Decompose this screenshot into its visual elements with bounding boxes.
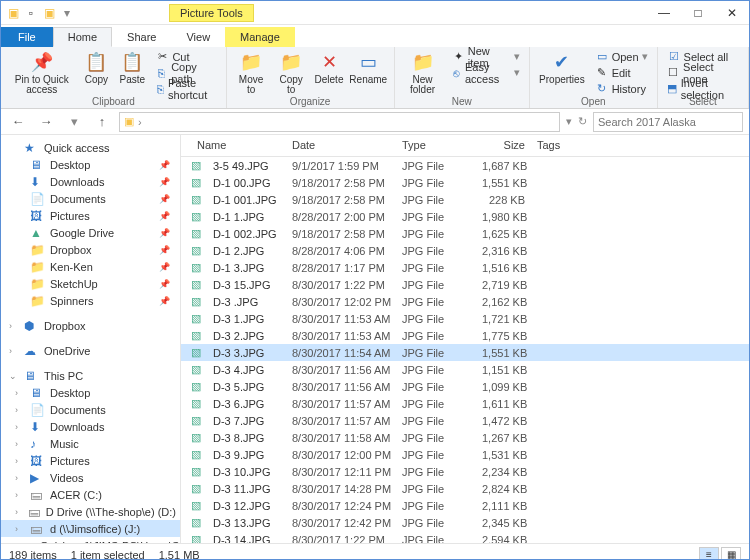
forward-button[interactable]: →: [35, 111, 57, 133]
minimize-button[interactable]: —: [647, 1, 681, 25]
tab-file[interactable]: File: [1, 27, 53, 47]
nav-item[interactable]: 📁Ken-Ken📌: [1, 258, 180, 275]
edit-button[interactable]: ✎Edit: [592, 65, 651, 80]
nav-item[interactable]: ›🖴D Drive (\\The-shop\e) (D:): [1, 503, 180, 520]
table-row[interactable]: ▧D-3 12.JPG8/30/2017 12:24 PMJPG File2,1…: [181, 497, 749, 514]
nav-item[interactable]: 🖥Desktop📌: [1, 156, 180, 173]
table-row[interactable]: ▧3-5 49.JPG9/1/2017 1:59 PMJPG File1,687…: [181, 157, 749, 174]
nav-item[interactable]: ›🖴Quicken (\\JIMS-PC\Users\Suzy\Doc: [1, 537, 180, 543]
details-view-button[interactable]: ≡: [699, 547, 719, 561]
table-row[interactable]: ▧D-3 11.JPG8/30/2017 14:28 PMJPG File2,8…: [181, 480, 749, 497]
pin-icon: 📌: [159, 262, 176, 272]
dropdown-icon[interactable]: ▾: [59, 5, 75, 21]
back-button[interactable]: ←: [7, 111, 29, 133]
nav-item[interactable]: ▲Google Drive📌: [1, 224, 180, 241]
table-row[interactable]: ▧D-3 4.JPG8/30/2017 11:56 AMJPG File1,15…: [181, 361, 749, 378]
thumbnails-view-button[interactable]: ▦: [721, 547, 741, 561]
table-row[interactable]: ▧D-3 15.JPG8/30/2017 1:22 PMJPG File2,71…: [181, 276, 749, 293]
copy-button[interactable]: 📋Copy: [80, 49, 112, 86]
nav-icon: 🖼: [30, 209, 45, 223]
nav-item[interactable]: ›⬢Dropbox: [1, 317, 180, 334]
paste-shortcut-button[interactable]: ⎘Paste shortcut: [152, 81, 219, 96]
table-row[interactable]: ▧D-3 7.JPG8/30/2017 11:57 AMJPG File1,47…: [181, 412, 749, 429]
dropdown-icon[interactable]: ▾: [566, 115, 572, 128]
tab-home[interactable]: Home: [53, 27, 112, 47]
nav-item[interactable]: ›🖼Pictures: [1, 452, 180, 469]
table-row[interactable]: ▧D-3 1.JPG8/30/2017 11:53 AMJPG File1,72…: [181, 310, 749, 327]
table-row[interactable]: ▧D-1 3.JPG8/28/2017 1:17 PMJPG File1,516…: [181, 259, 749, 276]
table-row[interactable]: ▧D-3 6.JPG8/30/2017 11:57 AMJPG File1,61…: [181, 395, 749, 412]
nav-item[interactable]: ⌄🖥This PC: [1, 367, 180, 384]
nav-item[interactable]: ›▶Videos: [1, 469, 180, 486]
table-row[interactable]: ▧D-3 9.JPG8/30/2017 12:00 PMJPG File1,53…: [181, 446, 749, 463]
properties-button[interactable]: ✔Properties: [536, 49, 588, 86]
nav-item[interactable]: ›♪Music: [1, 435, 180, 452]
pin-icon: 📌: [159, 211, 176, 221]
nav-item[interactable]: 📁Dropbox📌: [1, 241, 180, 258]
tab-share[interactable]: Share: [112, 27, 171, 47]
column-tags[interactable]: Tags: [531, 135, 581, 156]
search-input[interactable]: [593, 112, 743, 132]
nav-item[interactable]: ★Quick access: [1, 139, 180, 156]
qat-item[interactable]: ▫: [23, 5, 39, 21]
navigation-pane[interactable]: ★Quick access🖥Desktop📌⬇Downloads📌📄Docume…: [1, 135, 181, 543]
table-row[interactable]: ▧D-3 2.JPG8/30/2017 11:53 AMJPG File1,77…: [181, 327, 749, 344]
column-size[interactable]: Size: [476, 135, 531, 156]
file-date: 8/28/2017 4:06 PM: [286, 245, 396, 257]
nav-label: Downloads: [50, 176, 104, 188]
tab-view[interactable]: View: [171, 27, 225, 47]
nav-item[interactable]: 📁SketchUp📌: [1, 275, 180, 292]
column-date[interactable]: Date: [286, 135, 396, 156]
nav-item[interactable]: 📄Documents📌: [1, 190, 180, 207]
open-button[interactable]: ▭Open ▾: [592, 49, 651, 64]
table-row[interactable]: ▧D-3 13.JPG8/30/2017 12:42 PMJPG File2,3…: [181, 514, 749, 531]
delete-button[interactable]: ✕Delete: [313, 49, 345, 86]
up-button[interactable]: ↑: [91, 111, 113, 133]
close-button[interactable]: ✕: [715, 1, 749, 25]
column-name[interactable]: Name: [191, 135, 286, 156]
group-clipboard: 📌Pin to Quick access 📋Copy 📋Paste ✂Cut ⎘…: [1, 47, 227, 108]
file-size: 2,111 KB: [476, 500, 531, 512]
table-row[interactable]: ▧D-3 14.JPG8/30/2017 1:22 PMJPG File2,59…: [181, 531, 749, 543]
maximize-button[interactable]: □: [681, 1, 715, 25]
file-size: 1,775 KB: [476, 330, 531, 342]
breadcrumb[interactable]: ▣›: [119, 112, 560, 132]
easy-access-button[interactable]: ⎋Easy access ▾: [449, 65, 524, 80]
file-list[interactable]: Name Date Type Size Tags ▧3-5 49.JPG9/1/…: [181, 135, 749, 543]
rename-button[interactable]: ▭Rename: [349, 49, 388, 86]
table-row[interactable]: ▧D-1 001.JPG9/18/2017 2:58 PMJPG File228…: [181, 191, 749, 208]
table-row[interactable]: ▧D-3 .JPG8/30/2017 12:02 PMJPG File2,162…: [181, 293, 749, 310]
file-size: 2,594 KB: [476, 534, 531, 544]
nav-item[interactable]: 🖼Pictures📌: [1, 207, 180, 224]
column-type[interactable]: Type: [396, 135, 476, 156]
new-folder-button[interactable]: 📁New folder: [401, 49, 445, 96]
nav-item[interactable]: ›📄Documents: [1, 401, 180, 418]
file-date: 9/1/2017 1:59 PM: [286, 160, 396, 172]
nav-item[interactable]: ⬇Downloads📌: [1, 173, 180, 190]
table-row[interactable]: ▧D-3 5.JPG8/30/2017 11:56 AMJPG File1,09…: [181, 378, 749, 395]
move-to-button[interactable]: 📁Move to: [233, 49, 270, 96]
refresh-button[interactable]: ↻: [578, 115, 587, 128]
nav-item[interactable]: ›🖴d (\\Jimsoffice) (J:): [1, 520, 180, 537]
table-row[interactable]: ▧D-3 10.JPG8/30/2017 12:11 PMJPG File2,2…: [181, 463, 749, 480]
file-date: 8/30/2017 12:00 PM: [286, 449, 396, 461]
copy-to-button[interactable]: 📁Copy to: [273, 49, 309, 96]
nav-item[interactable]: ›☁OneDrive: [1, 342, 180, 359]
nav-item[interactable]: ›⬇Downloads: [1, 418, 180, 435]
table-row[interactable]: ▧D-1 002.JPG9/18/2017 2:58 PMJPG File1,6…: [181, 225, 749, 242]
table-row[interactable]: ▧D-1 1.JPG8/28/2017 2:00 PMJPG File1,980…: [181, 208, 749, 225]
history-button[interactable]: ↻History: [592, 81, 651, 96]
table-row[interactable]: ▧D-1 00.JPG9/18/2017 2:58 PMJPG File1,55…: [181, 174, 749, 191]
nav-item[interactable]: ›🖥Desktop: [1, 384, 180, 401]
nav-item[interactable]: 📁Spinners📌: [1, 292, 180, 309]
paste-button[interactable]: 📋Paste: [116, 49, 148, 86]
table-row[interactable]: ▧D-1 2.JPG8/28/2017 4:06 PMJPG File2,316…: [181, 242, 749, 259]
table-row[interactable]: ▧D-3 3.JPG8/30/2017 11:54 AMJPG File1,55…: [181, 344, 749, 361]
file-type: JPG File: [396, 211, 476, 223]
image-icon: ▧: [191, 482, 207, 495]
invert-selection-button[interactable]: ⬒Invert selection: [664, 81, 742, 96]
nav-item[interactable]: ›🖴ACER (C:): [1, 486, 180, 503]
table-row[interactable]: ▧D-3 8.JPG8/30/2017 11:58 AMJPG File1,26…: [181, 429, 749, 446]
tab-manage[interactable]: Manage: [225, 27, 295, 47]
recent-locations-button[interactable]: ▾: [63, 111, 85, 133]
